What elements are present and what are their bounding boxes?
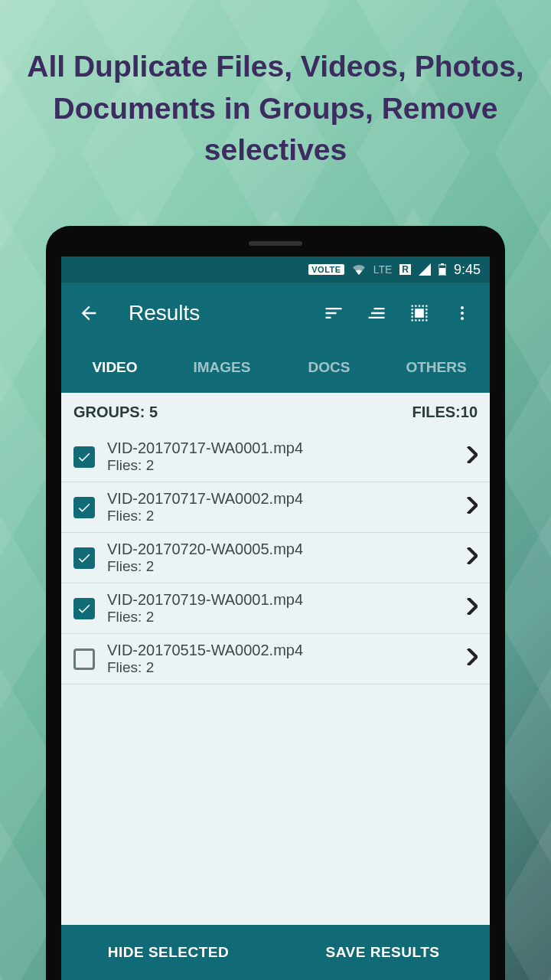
groups-count: GROUPS: 5 <box>73 403 158 421</box>
file-name: VID-20170515-WA0002.mp4 <box>107 642 455 659</box>
file-sub: Flies: 2 <box>107 508 455 524</box>
file-list: VID-20170717-WA0001.mp4 Flies: 2 VID-201… <box>61 432 490 925</box>
tab-images[interactable]: IMAGES <box>168 344 276 393</box>
row-text: VID-20170719-WA0001.mp4 Flies: 2 <box>107 591 455 626</box>
checkbox[interactable] <box>73 547 95 569</box>
check-icon <box>77 550 92 566</box>
row-text: VID-20170515-WA0002.mp4 Flies: 2 <box>107 642 455 676</box>
arrow-left-icon <box>78 302 99 324</box>
battery-icon <box>439 263 446 276</box>
list-item[interactable]: VID-20170717-WA0001.mp4 Flies: 2 <box>61 432 490 482</box>
phone-frame: VOLTE LTE R 9:45 Results <box>46 226 505 980</box>
bottom-bar: HIDE SELECTED SAVE RESULTS <box>61 925 490 980</box>
row-text: VID-20170717-WA0001.mp4 Flies: 2 <box>107 439 455 474</box>
checkbox[interactable] <box>73 446 95 468</box>
promo-title: All Duplicate Files, Videos, Photos, Doc… <box>0 46 551 172</box>
check-icon <box>77 449 92 465</box>
phone-screen: VOLTE LTE R 9:45 Results <box>61 256 490 980</box>
check-icon <box>77 601 92 616</box>
file-name: VID-20170717-WA0002.mp4 <box>107 490 455 508</box>
svg-rect-1 <box>441 263 444 265</box>
tab-others[interactable]: OTHERS <box>383 344 490 393</box>
chevron-right-icon <box>467 648 478 670</box>
svg-point-6 <box>461 317 464 320</box>
checkbox[interactable] <box>73 598 95 619</box>
sort-asc-icon <box>366 302 387 324</box>
list-item[interactable]: VID-20170515-WA0002.mp4 Flies: 2 <box>61 634 490 684</box>
summary-bar: GROUPS: 5 FILES:10 <box>61 393 490 432</box>
back-button[interactable] <box>70 295 107 332</box>
list-item[interactable]: VID-20170717-WA0002.mp4 Flies: 2 <box>61 482 490 533</box>
list-item[interactable]: VID-20170719-WA0001.mp4 Flies: 2 <box>61 583 490 634</box>
hide-selected-button[interactable]: HIDE SELECTED <box>61 925 276 980</box>
page-title: Results <box>129 301 309 325</box>
tabs: VIDEO IMAGES DOCS OTHERS <box>61 344 490 393</box>
phone-speaker <box>249 241 302 246</box>
lte-label: LTE <box>373 263 393 276</box>
sort-desc-icon <box>323 302 344 324</box>
file-name: VID-20170719-WA0001.mp4 <box>107 591 455 609</box>
volte-badge: VOLTE <box>308 264 344 275</box>
file-sub: Flies: 2 <box>107 609 455 626</box>
sort-desc-button[interactable] <box>315 295 352 332</box>
save-results-button[interactable]: SAVE RESULTS <box>276 925 490 980</box>
file-sub: Flies: 2 <box>107 457 455 474</box>
file-name: VID-20170720-WA0005.mp4 <box>107 541 455 558</box>
status-time: 9:45 <box>454 262 481 278</box>
roaming-label: R <box>399 264 411 275</box>
menu-button[interactable] <box>444 295 481 332</box>
svg-point-4 <box>461 306 464 309</box>
file-name: VID-20170717-WA0001.mp4 <box>107 439 455 457</box>
tab-video[interactable]: VIDEO <box>61 344 168 393</box>
chevron-right-icon <box>467 598 478 619</box>
file-sub: Flies: 2 <box>107 558 455 575</box>
select-all-icon <box>409 302 430 324</box>
app-bar: Results <box>61 283 490 344</box>
tab-docs[interactable]: DOCS <box>276 344 383 393</box>
chevron-right-icon <box>467 446 478 468</box>
svg-rect-3 <box>415 309 424 318</box>
file-sub: Flies: 2 <box>107 659 455 676</box>
check-icon <box>77 500 92 515</box>
row-text: VID-20170717-WA0002.mp4 Flies: 2 <box>107 490 455 524</box>
signal-icon <box>419 263 431 276</box>
chevron-right-icon <box>467 497 478 518</box>
select-all-button[interactable] <box>401 295 438 332</box>
svg-rect-2 <box>439 268 445 275</box>
list-item[interactable]: VID-20170720-WA0005.mp4 Flies: 2 <box>61 533 490 583</box>
svg-point-5 <box>461 312 464 315</box>
chevron-right-icon <box>467 547 478 569</box>
checkbox[interactable] <box>73 497 95 518</box>
checkbox[interactable] <box>73 648 95 670</box>
row-text: VID-20170720-WA0005.mp4 Flies: 2 <box>107 541 455 575</box>
more-vert-icon <box>453 304 471 322</box>
files-count: FILES:10 <box>412 403 478 421</box>
sort-asc-button[interactable] <box>358 295 395 332</box>
status-bar: VOLTE LTE R 9:45 <box>61 256 490 283</box>
wifi-icon <box>352 264 366 275</box>
